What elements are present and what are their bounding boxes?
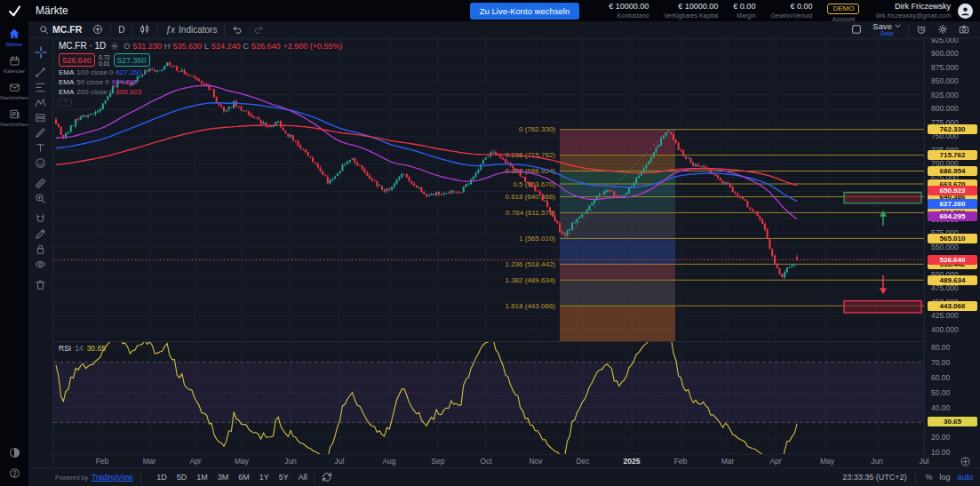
axis-settings-icon[interactable] xyxy=(960,457,970,466)
rsi-chart[interactable] xyxy=(53,342,924,454)
metric-gewinn-verlust: € 0.00 Gewinn/Verlust xyxy=(770,3,812,19)
symbol-search[interactable]: MC.FR xyxy=(34,21,87,37)
metric-value: € 10000.00 xyxy=(664,3,718,11)
time-tick: Jun xyxy=(871,458,883,466)
user-info[interactable]: Dirk Friczewsky dirk.friczewsky@gmail.co… xyxy=(875,3,951,19)
measure-tool[interactable] xyxy=(28,176,53,191)
range-button-1Y[interactable]: 1Y xyxy=(254,473,274,482)
sidebar-item-maerkte[interactable]: Märkte xyxy=(6,28,22,47)
eye-icon xyxy=(35,259,46,270)
sell-button[interactable]: 526.640 xyxy=(59,53,95,67)
percent-scale-button[interactable]: % xyxy=(925,473,932,482)
alert-button[interactable] xyxy=(911,24,932,35)
text-icon xyxy=(35,142,46,154)
range-button-3M[interactable]: 3M xyxy=(212,473,234,482)
ema-price-label: 604.295 xyxy=(928,211,977,221)
switch-to-live-account-button[interactable]: Zu Live-Konto wechseln xyxy=(470,3,579,20)
rsi-pane[interactable] xyxy=(53,342,924,454)
ema-50-legend[interactable]: EMA 50 close 0 604.295 xyxy=(59,78,343,87)
broker-logo[interactable] xyxy=(0,0,28,21)
clock[interactable]: 23:33:35 (UTC+2) xyxy=(842,473,906,482)
rsi-legend[interactable]: RSI 14 30.65 xyxy=(59,344,106,353)
hide-drawings[interactable] xyxy=(28,257,53,272)
avatar[interactable] xyxy=(958,4,973,19)
symbol-label: MC.FR xyxy=(52,24,82,35)
interval-label: D xyxy=(118,25,124,35)
redo-button[interactable] xyxy=(248,21,269,37)
ema-200-legend[interactable]: EMA 200 close 0 650.923 xyxy=(59,88,343,97)
sidebar-item-label: Nachrichten xyxy=(0,122,28,127)
rsi-value: 30.65 xyxy=(87,344,106,353)
time-tick: Jul xyxy=(920,458,929,466)
candles-icon xyxy=(139,24,150,35)
ohlc-high-value: 535.630 xyxy=(172,42,202,51)
log-scale-button[interactable]: log xyxy=(939,473,950,482)
range-button-5Y[interactable]: 5Y xyxy=(274,473,293,482)
range-buttons: 1D5D1M3M6M1Y5YAll xyxy=(152,473,313,482)
range-button-All[interactable]: All xyxy=(293,473,312,482)
toolbar-separator xyxy=(110,25,111,35)
help-icon[interactable] xyxy=(9,467,20,479)
legend-collapse-button[interactable]: ⌃ xyxy=(59,99,72,107)
visibility-toggle-icon[interactable] xyxy=(110,42,119,51)
crosshair-tool[interactable] xyxy=(28,44,53,60)
ema-params: 50 close 0 xyxy=(76,78,108,87)
trading-platform: Märkte Zu Live-Konto wechseln € 10000.00… xyxy=(0,0,980,486)
sidebar-item-kalender[interactable]: Kalender xyxy=(4,55,25,74)
screenshot-button[interactable] xyxy=(953,24,975,35)
tradingview-link[interactable]: TradingView xyxy=(92,473,133,482)
top-bar: Märkte Zu Live-Konto wechseln € 10000.00… xyxy=(0,0,980,21)
settings-button[interactable] xyxy=(932,24,953,35)
range-button-5D[interactable]: 5D xyxy=(171,473,192,482)
undo-button[interactable] xyxy=(227,21,248,37)
refresh-button[interactable] xyxy=(316,468,338,486)
fib-retracement-tool[interactable] xyxy=(28,80,53,95)
theme-toggle-icon[interactable] xyxy=(9,447,20,458)
save-layout-button[interactable]: Save Save xyxy=(867,22,906,37)
auto-scale-button[interactable]: auto xyxy=(957,473,973,482)
remove-drawings[interactable] xyxy=(28,277,53,292)
metric-label: Verfügbares Kapital xyxy=(664,12,718,19)
chart-type-button[interactable] xyxy=(134,21,155,37)
calendar-icon xyxy=(9,55,20,67)
time-tick: Nov xyxy=(529,458,542,466)
price-tick: 900.000 xyxy=(931,50,959,58)
trend-line-icon xyxy=(35,67,46,78)
crosshair-icon xyxy=(35,46,47,59)
fib-price-label: 443.066 xyxy=(928,301,977,311)
emoji-tool[interactable] xyxy=(28,155,53,171)
sidebar-item-nachrichten-news[interactable]: Nachrichten xyxy=(0,108,28,127)
redo-icon xyxy=(253,24,264,35)
pane-divider[interactable] xyxy=(28,341,980,342)
layout-button[interactable] xyxy=(846,24,867,35)
svg-text:0.764 (611.578): 0.764 (611.578) xyxy=(506,209,555,217)
metric-value: € 10000.00 xyxy=(609,3,649,11)
interval-button[interactable]: D xyxy=(113,21,130,37)
buy-button[interactable]: 527.360 xyxy=(114,53,150,67)
zoom-in-tool[interactable] xyxy=(28,191,53,206)
ema-100-legend[interactable]: EMA 100 close 0 627.260 xyxy=(59,68,343,77)
pattern-tool[interactable] xyxy=(28,95,53,110)
spread-value: 0.72 xyxy=(99,54,110,60)
trend-line-tool[interactable] xyxy=(28,65,53,80)
text-tool[interactable] xyxy=(28,140,53,155)
time-axis[interactable]: FebMarAprMayJunJulAugSepOctNovDec2025Feb… xyxy=(53,455,924,467)
sidebar-item-nachrichten-mail[interactable]: Nachrichten xyxy=(0,82,28,100)
range-button-6M[interactable]: 6M xyxy=(234,473,255,482)
rsi-tick: 20.00 xyxy=(931,434,950,442)
price-scale[interactable]: 925.000900.000875.000850.000825.000800.0… xyxy=(924,38,980,467)
range-button-1M[interactable]: 1M xyxy=(192,473,213,482)
ema-name: EMA xyxy=(59,88,74,97)
lock-drawings[interactable] xyxy=(28,242,53,257)
ohlc-change: +2.900 (+0.55%) xyxy=(283,42,343,51)
time-tick: 2025 xyxy=(624,458,641,466)
magnet-mode[interactable] xyxy=(28,211,53,227)
brush-tool[interactable] xyxy=(28,125,53,140)
drawing-mode[interactable] xyxy=(28,227,53,242)
price-tick: 425.000 xyxy=(931,312,959,320)
compare-add-button[interactable] xyxy=(87,21,108,37)
indicators-button[interactable]: ƒx Indicators xyxy=(160,21,222,37)
topbar-right: Zu Live-Konto wechseln € 10000.00 Kontos… xyxy=(470,0,980,22)
position-tool[interactable] xyxy=(28,110,53,125)
range-button-1D[interactable]: 1D xyxy=(152,473,172,482)
